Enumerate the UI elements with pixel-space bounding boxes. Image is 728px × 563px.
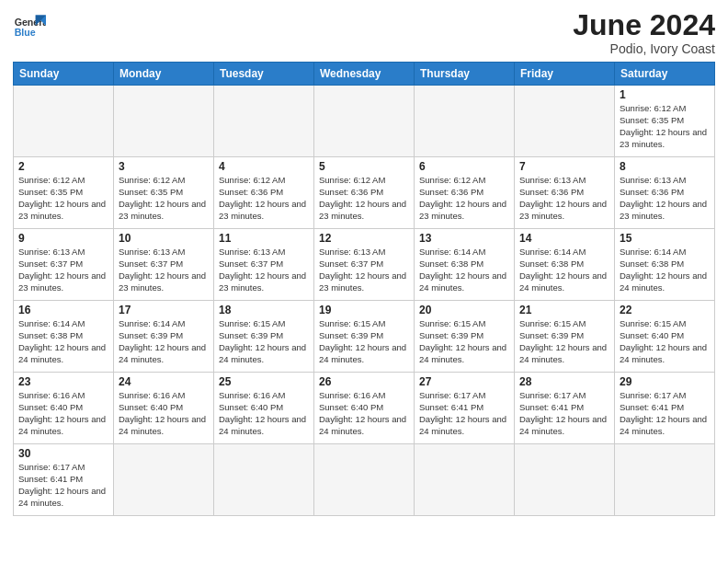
- day-info: Sunrise: 6:16 AM Sunset: 6:40 PM Dayligh…: [18, 390, 108, 437]
- day-info: Sunrise: 6:16 AM Sunset: 6:40 PM Dayligh…: [219, 390, 309, 437]
- calendar-cell: 10Sunrise: 6:13 AM Sunset: 6:37 PM Dayli…: [114, 229, 214, 301]
- day-number: 1: [620, 88, 710, 101]
- weekday-header-saturday: Saturday: [615, 63, 715, 86]
- day-number: 28: [519, 375, 609, 388]
- week-row-5: 23Sunrise: 6:16 AM Sunset: 6:40 PM Dayli…: [14, 373, 715, 444]
- day-number: 13: [419, 232, 509, 245]
- calendar-cell: 3Sunrise: 6:12 AM Sunset: 6:35 PM Daylig…: [114, 157, 214, 229]
- calendar-cell: 26Sunrise: 6:16 AM Sunset: 6:40 PM Dayli…: [314, 373, 415, 444]
- day-info: Sunrise: 6:14 AM Sunset: 6:38 PM Dayligh…: [419, 247, 509, 293]
- day-number: 10: [119, 232, 209, 245]
- logo: General Blue: [13, 9, 46, 42]
- day-info: Sunrise: 6:14 AM Sunset: 6:38 PM Dayligh…: [519, 247, 609, 293]
- header: General Blue June 2024 Podio, Ivory Coas…: [13, 9, 715, 56]
- day-number: 6: [419, 160, 509, 173]
- day-info: Sunrise: 6:12 AM Sunset: 6:35 PM Dayligh…: [119, 175, 209, 222]
- calendar-cell: 1Sunrise: 6:12 AM Sunset: 6:35 PM Daylig…: [615, 86, 715, 157]
- day-number: 29: [620, 375, 710, 388]
- week-row-4: 16Sunrise: 6:14 AM Sunset: 6:38 PM Dayli…: [14, 301, 715, 373]
- calendar-cell: 2Sunrise: 6:12 AM Sunset: 6:35 PM Daylig…: [14, 157, 114, 229]
- day-info: Sunrise: 6:15 AM Sunset: 6:39 PM Dayligh…: [319, 318, 409, 365]
- day-info: Sunrise: 6:12 AM Sunset: 6:36 PM Dayligh…: [319, 175, 409, 222]
- calendar-cell: 14Sunrise: 6:14 AM Sunset: 6:38 PM Dayli…: [515, 229, 615, 301]
- weekday-header-tuesday: Tuesday: [214, 63, 314, 86]
- calendar-table: SundayMondayTuesdayWednesdayThursdayFrid…: [13, 62, 715, 516]
- calendar-cell: 27Sunrise: 6:17 AM Sunset: 6:41 PM Dayli…: [415, 373, 515, 444]
- weekday-header-thursday: Thursday: [415, 63, 515, 86]
- day-number: 16: [18, 304, 108, 316]
- calendar-cell: 6Sunrise: 6:12 AM Sunset: 6:36 PM Daylig…: [415, 157, 515, 229]
- day-number: 25: [219, 375, 309, 388]
- calendar-cell: 9Sunrise: 6:13 AM Sunset: 6:37 PM Daylig…: [14, 229, 114, 301]
- svg-text:Blue: Blue: [15, 27, 36, 38]
- day-info: Sunrise: 6:15 AM Sunset: 6:39 PM Dayligh…: [419, 318, 509, 365]
- week-row-6: 30Sunrise: 6:17 AM Sunset: 6:41 PM Dayli…: [14, 444, 715, 516]
- weekday-header-row: SundayMondayTuesdayWednesdayThursdayFrid…: [14, 63, 715, 86]
- day-info: Sunrise: 6:16 AM Sunset: 6:40 PM Dayligh…: [319, 390, 409, 437]
- calendar-cell: 5Sunrise: 6:12 AM Sunset: 6:36 PM Daylig…: [314, 157, 415, 229]
- day-number: 21: [519, 304, 609, 316]
- generalblue-logo-icon: General Blue: [13, 9, 46, 42]
- title-block: June 2024 Podio, Ivory Coast: [573, 9, 715, 56]
- calendar-cell: 19Sunrise: 6:15 AM Sunset: 6:39 PM Dayli…: [314, 301, 415, 373]
- day-info: Sunrise: 6:13 AM Sunset: 6:36 PM Dayligh…: [620, 175, 710, 222]
- day-info: Sunrise: 6:17 AM Sunset: 6:41 PM Dayligh…: [620, 390, 710, 437]
- day-info: Sunrise: 6:15 AM Sunset: 6:39 PM Dayligh…: [219, 318, 309, 365]
- weekday-header-sunday: Sunday: [14, 63, 114, 86]
- day-number: 4: [219, 160, 309, 173]
- calendar-cell: [14, 86, 114, 157]
- day-number: 5: [319, 160, 409, 173]
- day-info: Sunrise: 6:12 AM Sunset: 6:36 PM Dayligh…: [419, 175, 509, 222]
- calendar-cell: [415, 444, 515, 516]
- day-number: 20: [419, 304, 509, 316]
- calendar-cell: [314, 86, 415, 157]
- calendar-cell: 22Sunrise: 6:15 AM Sunset: 6:40 PM Dayli…: [615, 301, 715, 373]
- day-info: Sunrise: 6:13 AM Sunset: 6:37 PM Dayligh…: [119, 247, 209, 293]
- day-info: Sunrise: 6:12 AM Sunset: 6:35 PM Dayligh…: [18, 175, 108, 222]
- day-info: Sunrise: 6:17 AM Sunset: 6:41 PM Dayligh…: [419, 390, 509, 437]
- day-info: Sunrise: 6:13 AM Sunset: 6:37 PM Dayligh…: [319, 247, 409, 293]
- calendar-cell: 21Sunrise: 6:15 AM Sunset: 6:39 PM Dayli…: [515, 301, 615, 373]
- day-number: 26: [319, 375, 409, 388]
- page: General Blue June 2024 Podio, Ivory Coas…: [0, 0, 728, 525]
- calendar-cell: [515, 86, 615, 157]
- day-info: Sunrise: 6:12 AM Sunset: 6:36 PM Dayligh…: [219, 175, 309, 222]
- weekday-header-friday: Friday: [515, 63, 615, 86]
- calendar-cell: [615, 444, 715, 516]
- calendar-cell: 25Sunrise: 6:16 AM Sunset: 6:40 PM Dayli…: [214, 373, 314, 444]
- calendar-cell: 18Sunrise: 6:15 AM Sunset: 6:39 PM Dayli…: [214, 301, 314, 373]
- calendar-subtitle: Podio, Ivory Coast: [573, 41, 715, 56]
- day-number: 14: [519, 232, 609, 245]
- calendar-cell: 29Sunrise: 6:17 AM Sunset: 6:41 PM Dayli…: [615, 373, 715, 444]
- calendar-cell: [114, 86, 214, 157]
- calendar-cell: 23Sunrise: 6:16 AM Sunset: 6:40 PM Dayli…: [14, 373, 114, 444]
- day-number: 8: [620, 160, 710, 173]
- day-number: 23: [18, 375, 108, 388]
- day-number: 2: [18, 160, 108, 173]
- calendar-cell: [314, 444, 415, 516]
- day-info: Sunrise: 6:14 AM Sunset: 6:38 PM Dayligh…: [18, 318, 108, 365]
- day-info: Sunrise: 6:14 AM Sunset: 6:39 PM Dayligh…: [119, 318, 209, 365]
- day-number: 9: [18, 232, 108, 245]
- calendar-cell: 17Sunrise: 6:14 AM Sunset: 6:39 PM Dayli…: [114, 301, 214, 373]
- calendar-cell: 24Sunrise: 6:16 AM Sunset: 6:40 PM Dayli…: [114, 373, 214, 444]
- calendar-cell: 30Sunrise: 6:17 AM Sunset: 6:41 PM Dayli…: [14, 444, 114, 516]
- week-row-3: 9Sunrise: 6:13 AM Sunset: 6:37 PM Daylig…: [14, 229, 715, 301]
- day-number: 19: [319, 304, 409, 316]
- calendar-cell: 11Sunrise: 6:13 AM Sunset: 6:37 PM Dayli…: [214, 229, 314, 301]
- day-info: Sunrise: 6:17 AM Sunset: 6:41 PM Dayligh…: [519, 390, 609, 437]
- day-number: 27: [419, 375, 509, 388]
- calendar-cell: 7Sunrise: 6:13 AM Sunset: 6:36 PM Daylig…: [515, 157, 615, 229]
- calendar-title: June 2024: [573, 9, 715, 41]
- day-info: Sunrise: 6:14 AM Sunset: 6:38 PM Dayligh…: [620, 247, 710, 293]
- day-number: 24: [119, 375, 209, 388]
- day-number: 7: [519, 160, 609, 173]
- day-info: Sunrise: 6:13 AM Sunset: 6:36 PM Dayligh…: [519, 175, 609, 222]
- calendar-cell: 28Sunrise: 6:17 AM Sunset: 6:41 PM Dayli…: [515, 373, 615, 444]
- weekday-header-wednesday: Wednesday: [314, 63, 415, 86]
- day-number: 11: [219, 232, 309, 245]
- calendar-cell: [515, 444, 615, 516]
- calendar-cell: [415, 86, 515, 157]
- day-number: 12: [319, 232, 409, 245]
- day-number: 3: [119, 160, 209, 173]
